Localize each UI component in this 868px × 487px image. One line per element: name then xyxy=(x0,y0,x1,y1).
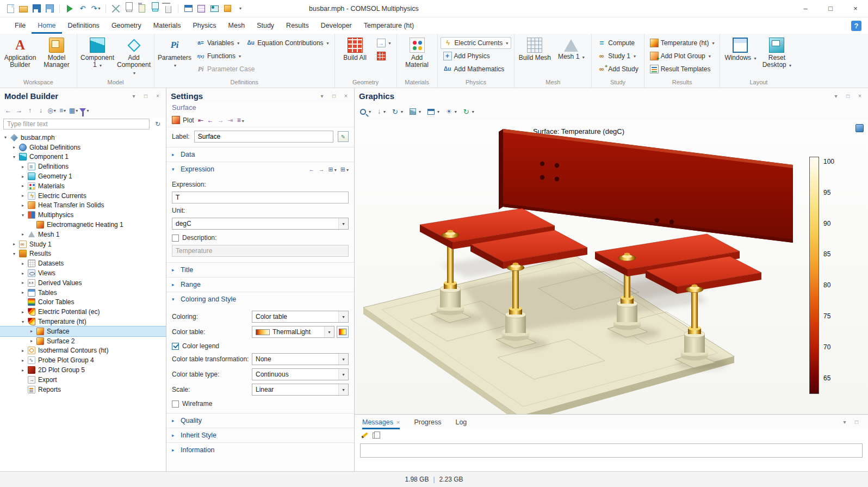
scale-select[interactable]: Linear xyxy=(252,384,349,396)
tab-temperature-ht[interactable]: Temperature (ht) xyxy=(358,17,420,34)
collapse-icon[interactable] xyxy=(20,319,26,324)
tree-item-heat-transfer[interactable]: Heat Transfer in Solids xyxy=(0,201,166,211)
equation-contributions-button[interactable]: Equation Contributions xyxy=(244,37,331,49)
unit-select[interactable]: degC xyxy=(172,218,349,230)
run-icon[interactable] xyxy=(67,5,73,13)
material-window-icon[interactable] xyxy=(197,5,205,13)
tree-item-electric-currents[interactable]: Electric Currents xyxy=(0,191,166,201)
graphics-canvas[interactable]: Surface: Temperature (degC) xyxy=(355,120,868,414)
tab-developer[interactable]: Developer xyxy=(315,17,358,34)
add-physics-button[interactable]: Add Physics xyxy=(441,50,493,62)
scene-icon[interactable] xyxy=(410,108,421,115)
expand-icon[interactable] xyxy=(20,348,26,353)
tab-materials[interactable]: Materials xyxy=(147,17,187,34)
expand-icon[interactable] xyxy=(11,242,17,246)
rotate-view-icon[interactable] xyxy=(392,108,403,116)
color-table-transformation-select[interactable]: None xyxy=(252,353,349,365)
duplicate-icon[interactable] xyxy=(152,5,158,11)
tree-item-electric-potential[interactable]: Electric Potential (ec) xyxy=(0,307,166,317)
section-inherit-style[interactable]: Inherit Style xyxy=(166,428,354,442)
table-window-icon[interactable] xyxy=(184,5,193,12)
temperature-plot-button[interactable]: Temperature (ht) xyxy=(647,37,717,49)
save-as-icon[interactable] xyxy=(46,4,54,13)
windows-button[interactable]: Windows xyxy=(723,35,758,61)
insert-expression-icon[interactable] xyxy=(340,166,349,173)
coloring-select[interactable]: Color table xyxy=(252,311,349,323)
panel-menu-icon[interactable] xyxy=(318,93,326,99)
log-window-icon[interactable] xyxy=(224,5,231,12)
expand-icon[interactable] xyxy=(20,280,26,285)
back-icon[interactable] xyxy=(3,105,13,116)
tab-mesh[interactable]: Mesh xyxy=(222,17,251,34)
cut-icon[interactable] xyxy=(112,5,120,13)
variables-button[interactable]: Variables xyxy=(194,37,242,49)
snapshot-icon[interactable] xyxy=(210,5,219,12)
section-expression[interactable]: Expression xyxy=(166,162,354,176)
expression-back-icon[interactable] xyxy=(309,166,315,172)
tree-item-color-tables[interactable]: Color Tables xyxy=(0,298,166,307)
insert-sequence-button[interactable] xyxy=(374,37,394,49)
panel-menu-icon[interactable] xyxy=(130,93,138,99)
expand-icon[interactable] xyxy=(20,271,26,276)
tree-filter-input[interactable] xyxy=(3,119,150,130)
show-options-icon[interactable] xyxy=(47,105,57,116)
functions-button[interactable]: Functions xyxy=(194,50,244,62)
tab-file[interactable]: File xyxy=(9,17,32,34)
tree-item-global-definitions[interactable]: Global Definitions xyxy=(0,143,166,152)
description-checkbox[interactable] xyxy=(172,235,179,242)
expand-icon[interactable] xyxy=(20,232,26,237)
tree-item-geometry-1[interactable]: Geometry 1 xyxy=(0,171,166,181)
plot-previous-icon[interactable] xyxy=(207,116,214,124)
tab-physics[interactable]: Physics xyxy=(187,17,222,34)
expand-icon[interactable] xyxy=(20,203,26,208)
tree-item-materials[interactable]: Materials xyxy=(0,181,166,191)
tab-progress[interactable]: Progress xyxy=(414,415,441,429)
tab-results[interactable]: Results xyxy=(280,17,315,34)
plot-properties-icon[interactable] xyxy=(855,124,864,132)
forward-icon[interactable] xyxy=(14,105,24,116)
expression-input[interactable] xyxy=(172,192,349,204)
application-builder-button[interactable]: Application Builder xyxy=(3,35,38,69)
tab-definitions[interactable]: Definitions xyxy=(62,17,106,34)
lighting-icon[interactable] xyxy=(446,108,457,115)
collapse-tree-icon[interactable] xyxy=(58,105,67,116)
tree-item-mesh-1[interactable]: Mesh 1 xyxy=(0,230,166,239)
panel-menu-icon[interactable] xyxy=(832,93,840,99)
add-plot-group-button[interactable]: Add Plot Group xyxy=(647,50,714,62)
parameter-case-button[interactable]: Parameter Case xyxy=(194,63,257,75)
plot-button[interactable]: Plot xyxy=(172,116,194,124)
expand-icon[interactable] xyxy=(20,310,26,315)
expand-icon[interactable] xyxy=(11,145,17,150)
panel-float-icon[interactable] xyxy=(844,93,852,99)
close-tab-icon[interactable] xyxy=(396,419,400,426)
tab-geometry[interactable]: Geometry xyxy=(106,17,147,34)
add-mathematics-button[interactable]: Add Mathematics xyxy=(441,63,507,75)
tab-study[interactable]: Study xyxy=(251,17,280,34)
tree-item-temperature-ht[interactable]: Temperature (ht) xyxy=(0,317,166,326)
maximize-button[interactable]: □ xyxy=(818,0,843,17)
help-icon[interactable]: ? xyxy=(851,21,861,31)
panel-float-icon[interactable] xyxy=(330,93,338,99)
rename-icon[interactable]: ✎ xyxy=(338,131,349,142)
panel-close-icon[interactable] xyxy=(154,93,162,99)
tree-item-component-1[interactable]: Component 1 xyxy=(0,152,166,162)
build-mesh-button[interactable]: Build Mesh xyxy=(517,35,552,61)
new-file-icon[interactable] xyxy=(7,4,14,13)
tree-item-export[interactable]: Export xyxy=(0,375,166,385)
wireframe-checkbox[interactable] xyxy=(172,400,179,408)
expand-icon[interactable] xyxy=(20,174,26,179)
messages-output-field[interactable] xyxy=(360,443,863,458)
zoom-icon[interactable] xyxy=(360,109,371,115)
add-study-button[interactable]: Add Study xyxy=(594,63,641,75)
redo-icon[interactable]: ↷ xyxy=(91,4,101,14)
expand-icon[interactable] xyxy=(28,338,35,343)
panel-float-icon[interactable] xyxy=(853,419,860,425)
color-table-select[interactable]: ThermalLight xyxy=(252,326,334,338)
tree-item-isothermal-contours[interactable]: Isothermal Contours (ht) xyxy=(0,346,166,356)
update-plot-icon[interactable] xyxy=(463,108,474,116)
tree-item-reports[interactable]: Reports xyxy=(0,385,166,394)
plot-options-icon[interactable] xyxy=(237,116,244,124)
tree-item-electromagnetic-heating[interactable]: Electromagnetic Heating 1 xyxy=(0,220,166,230)
color-legend-checkbox[interactable] xyxy=(172,343,179,350)
tree-item-busbar[interactable]: busbar.mph xyxy=(0,133,166,143)
